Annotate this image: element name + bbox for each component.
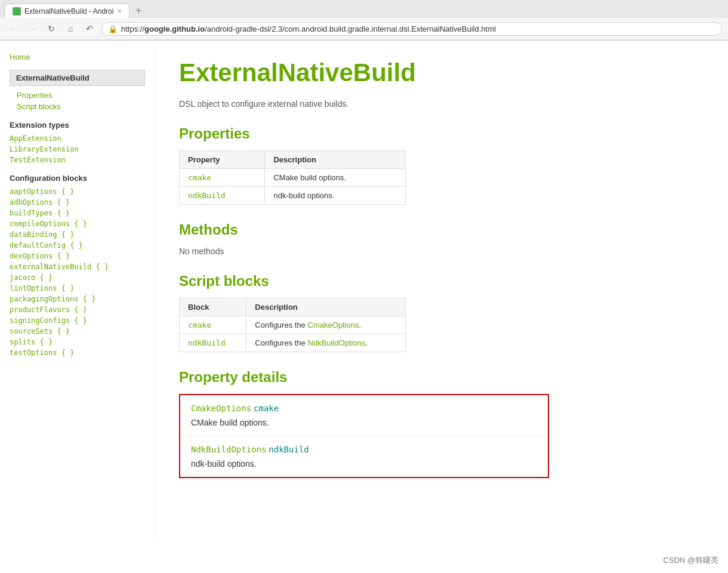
methods-section-title: Methods	[179, 221, 704, 238]
property-cmake-desc: CMake build options.	[191, 418, 537, 427]
script-blocks-row-ndkbuild: ndkBuild Configures the NdkBuildOptions.	[180, 334, 406, 352]
home-button[interactable]: ⌂	[63, 21, 78, 36]
sidebar-link-jacoco[interactable]: jacoco { }	[10, 272, 145, 283]
script-blocks-cmake-name[interactable]: cmake	[180, 316, 246, 334]
main-content: ExternalNativeBuild DSL object to config…	[155, 41, 728, 542]
sidebar-link-databinding[interactable]: dataBinding { }	[10, 229, 145, 240]
properties-col-description: Description	[265, 151, 406, 169]
sidebar-link-compileoptions[interactable]: compileOptions { }	[10, 218, 145, 229]
sidebar-sub-properties[interactable]: Properties	[10, 90, 145, 101]
properties-ndkbuild-desc: ndk-build options.	[265, 187, 406, 205]
sidebar-link-adboptions[interactable]: adbOptions { }	[10, 197, 145, 208]
sidebar-link-buildtypes[interactable]: buildTypes { }	[10, 208, 145, 218]
property-ndkbuild-desc: ndk-build options.	[191, 459, 537, 469]
tab-close-button[interactable]: ×	[117, 7, 122, 16]
history-button[interactable]: ↶	[82, 21, 97, 36]
properties-table: Property Description cmake CMake build o…	[179, 150, 406, 205]
browser-chrome: ExternalNativeBuild - Androi × + ← → ↻ ⌂…	[0, 0, 728, 41]
property-ndkbuild-name[interactable]: ndkBuild	[269, 445, 309, 454]
tab-bar: ExternalNativeBuild - Androi × +	[0, 0, 728, 18]
sidebar-home-link[interactable]: Home	[10, 53, 145, 61]
sidebar-link-signingconfigs[interactable]: signingConfigs { }	[10, 315, 145, 326]
script-blocks-table: Block Description cmake Configures the C…	[179, 298, 406, 352]
script-blocks-cmake-desc-text: Configures the	[255, 321, 307, 329]
reload-button[interactable]: ↻	[44, 21, 58, 36]
sidebar-link-lintoptions[interactable]: lintOptions { }	[10, 283, 145, 294]
active-tab[interactable]: ExternalNativeBuild - Androi ×	[5, 4, 129, 18]
property-ndkbuild-signature: NdkBuildOptions ndkBuild	[191, 445, 537, 454]
script-blocks-ndkbuild-desc-suffix: .	[365, 338, 368, 347]
sidebar-link-libraryextension[interactable]: LibraryExtension	[10, 144, 145, 155]
script-blocks-col-description: Description	[246, 298, 406, 316]
sidebar-link-sourcesets[interactable]: sourceSets { }	[10, 326, 145, 337]
script-blocks-cmake-desc-suffix: .	[359, 321, 361, 329]
sidebar-link-defaultconfig[interactable]: defaultConfig { }	[10, 240, 145, 251]
script-blocks-ndkbuild-name[interactable]: ndkBuild	[180, 334, 246, 352]
properties-table-header-row: Property Description	[180, 151, 406, 169]
properties-ndkbuild-name[interactable]: ndkBuild	[180, 187, 265, 205]
properties-col-property: Property	[180, 151, 265, 169]
properties-cmake-name[interactable]: cmake	[180, 169, 265, 187]
property-details-box: CmakeOptions cmake CMake build options. …	[179, 394, 549, 478]
property-cmake-signature: CmakeOptions cmake	[191, 403, 537, 413]
url-path: /android-gradle-dsl/2.3/com.android.buil…	[205, 24, 496, 33]
property-ndkbuild-type[interactable]: NdkBuildOptions	[191, 445, 266, 454]
script-blocks-ndkbuild-desc: Configures the NdkBuildOptions.	[246, 334, 406, 352]
property-detail-cmake: CmakeOptions cmake CMake build options.	[180, 395, 548, 436]
forward-button[interactable]: →	[25, 21, 39, 36]
sidebar-config-blocks-title: Configuration blocks	[10, 174, 145, 183]
sidebar-link-testoptions[interactable]: testOptions { }	[10, 347, 145, 358]
property-detail-ndkbuild: NdkBuildOptions ndkBuild ndk-build optio…	[180, 436, 548, 477]
script-blocks-ndkbuild-desc-text: Configures the	[255, 338, 307, 347]
script-blocks-cmake-link[interactable]: CmakeOptions	[307, 321, 359, 329]
sidebar-link-aaptoptions[interactable]: aaptOptions { }	[10, 186, 145, 197]
sidebar-link-splits[interactable]: splits { }	[10, 337, 145, 347]
sidebar-link-appextension[interactable]: AppExtension	[10, 133, 145, 144]
property-cmake-type[interactable]: CmakeOptions	[191, 403, 251, 413]
page-wrapper: Home ExternalNativeBuild Properties Scri…	[0, 41, 728, 542]
properties-cmake-desc: CMake build options.	[265, 169, 406, 187]
lock-icon: 🔒	[108, 24, 118, 33]
new-tab-button[interactable]: +	[132, 5, 146, 17]
property-cmake-name[interactable]: cmake	[254, 403, 279, 413]
tab-favicon	[13, 7, 21, 16]
sidebar-link-testextension[interactable]: TestExtension	[10, 155, 145, 165]
nav-bar: ← → ↻ ⌂ ↶ 🔒 https://google.github.io/and…	[0, 18, 728, 40]
sidebar-sub-script-blocks[interactable]: Script blocks	[10, 101, 145, 112]
sidebar-link-productflavors[interactable]: productFlavors { }	[10, 304, 145, 315]
url-domain: google.github.io	[144, 24, 205, 33]
url-protocol: https://	[121, 24, 144, 33]
page-title: ExternalNativeBuild	[179, 58, 704, 87]
sidebar-current-item: ExternalNativeBuild	[10, 70, 145, 86]
script-blocks-section-title: Script blocks	[179, 273, 704, 289]
sidebar-link-dexoptions[interactable]: dexOptions { }	[10, 251, 145, 261]
script-blocks-cmake-desc: Configures the CmakeOptions.	[246, 316, 406, 334]
properties-section-title: Properties	[179, 125, 704, 142]
script-blocks-ndkbuild-link[interactable]: NdkBuildOptions	[307, 338, 365, 347]
url-display: https://google.github.io/android-gradle-…	[121, 24, 715, 33]
properties-row-cmake: cmake CMake build options.	[180, 169, 406, 187]
property-details-section-title: Property details	[179, 369, 704, 386]
address-bar[interactable]: 🔒 https://google.github.io/android-gradl…	[101, 22, 722, 36]
script-blocks-col-block: Block	[180, 298, 246, 316]
no-methods-text: No methods	[179, 247, 704, 256]
sidebar-extension-types-title: Extension types	[10, 121, 145, 130]
sidebar-link-externalnativebuild[interactable]: externalNativeBuild { }	[10, 261, 145, 272]
sidebar-link-packagingoptions[interactable]: packagingOptions { }	[10, 294, 145, 304]
back-button[interactable]: ←	[6, 21, 20, 36]
script-blocks-row-cmake: cmake Configures the CmakeOptions.	[180, 316, 406, 334]
sidebar: Home ExternalNativeBuild Properties Scri…	[0, 41, 155, 542]
script-blocks-header-row: Block Description	[180, 298, 406, 316]
page-description: DSL object to configure external native …	[179, 99, 704, 109]
properties-row-ndkbuild: ndkBuild ndk-build options.	[180, 187, 406, 205]
tab-title: ExternalNativeBuild - Androi	[24, 7, 113, 16]
